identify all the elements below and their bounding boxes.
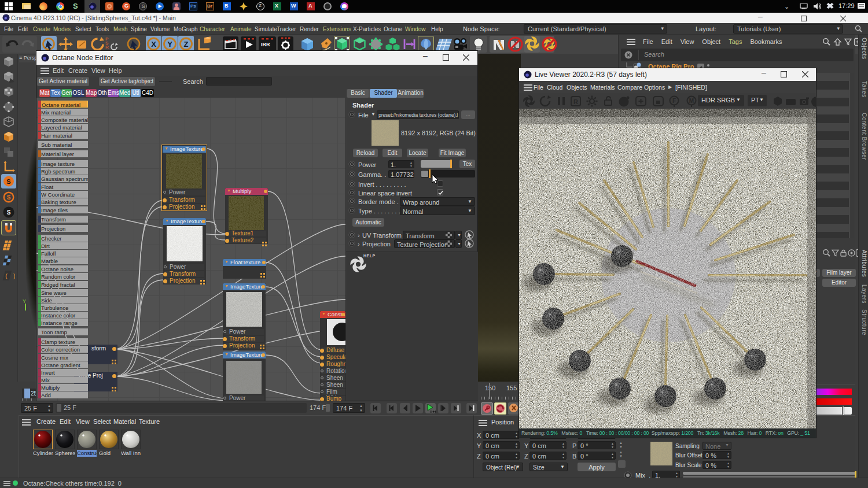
svg-text:Z: Z — [184, 40, 189, 49]
svg-text:Y: Y — [167, 40, 172, 49]
svg-text:M: M — [689, 98, 694, 104]
svg-text:F: F — [672, 98, 676, 104]
svg-text:R: R — [573, 98, 578, 105]
svg-text:S: S — [7, 209, 11, 216]
svg-text:S: S — [7, 194, 11, 201]
svg-text:( ): ( ) — [5, 273, 15, 280]
svg-text:X: X — [151, 40, 156, 49]
svg-text:S: S — [6, 178, 10, 185]
